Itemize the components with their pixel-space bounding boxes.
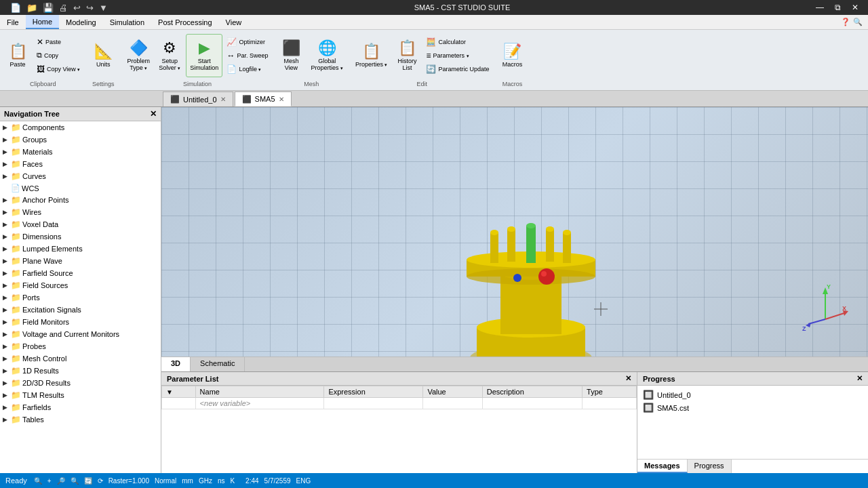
optimizer-button[interactable]: 📈Optimizer xyxy=(224,36,271,48)
tree-item-wcs[interactable]: 📄 WCS xyxy=(0,182,161,194)
main-layout: Navigation Tree ✕ ▶ 📁 Components ▶ 📁 Gro… xyxy=(0,107,868,473)
tree-item-1d-results[interactable]: ▶ 📁 1D Results xyxy=(0,365,161,377)
start-simulation-button[interactable]: ▶ StartSimulation xyxy=(186,34,222,77)
tab-untitled-0[interactable]: ⬛ Untitled_0 ✕ xyxy=(163,92,233,106)
tree-item-2d-3d-results[interactable]: ▶ 📁 2D/3D Results xyxy=(0,377,161,389)
new-variable-label: <new variable> xyxy=(200,399,251,407)
svg-point-19 xyxy=(541,271,547,277)
menu-view[interactable]: View xyxy=(219,15,249,29)
expand-icon-dimensions: ▶ xyxy=(3,233,9,240)
param-list-close[interactable]: ✕ xyxy=(625,374,631,383)
more-btn[interactable]: ▼ xyxy=(97,3,110,13)
tree-item-mesh-control[interactable]: ▶ 📁 Mesh Control xyxy=(0,352,161,365)
tab-sma5-close[interactable]: ✕ xyxy=(279,96,284,103)
tree-item-plane-wave[interactable]: ▶ 📁 Plane Wave xyxy=(0,255,161,267)
par-sweep-button[interactable]: ↔Par. Sweep xyxy=(224,49,271,62)
tab-progress[interactable]: Progress xyxy=(688,460,732,473)
tab-messages[interactable]: Messages xyxy=(637,460,688,473)
tree-item-anchor-points[interactable]: ▶ 📁 Anchor Points xyxy=(0,194,161,206)
tree-item-tables[interactable]: ▶ 📁 Tables xyxy=(0,413,161,426)
undo-btn[interactable]: ↩ xyxy=(71,3,83,13)
new-btn[interactable]: 📄 xyxy=(8,3,23,13)
refresh-icon[interactable]: 🔄 xyxy=(84,477,92,485)
parametric-update-button[interactable]: 🔄Parametric Update xyxy=(423,63,492,75)
macros-button[interactable]: 📝 Macros xyxy=(498,34,528,77)
tree-item-voxel-data[interactable]: ▶ 📁 Voxel Data xyxy=(0,218,161,230)
tree-item-excitation-signals[interactable]: ▶ 📁 Excitation Signals xyxy=(0,304,161,316)
problem-type-button[interactable]: 🔷 ProblemType ▾ xyxy=(123,34,153,77)
expand-icon-ports: ▶ xyxy=(3,294,9,301)
tree-item-faces[interactable]: ▶ 📁 Faces xyxy=(0,158,161,170)
tab-3d[interactable]: 3D xyxy=(161,357,191,371)
expand-icon-probes: ▶ xyxy=(3,343,9,350)
tree-item-wires[interactable]: ▶ 📁 Wires xyxy=(0,206,161,218)
menu-modeling[interactable]: Modeling xyxy=(59,15,103,29)
svg-point-20 xyxy=(513,274,521,282)
tree-item-dimensions[interactable]: ▶ 📁 Dimensions xyxy=(0,230,161,243)
units-button[interactable]: 📐 Units xyxy=(88,34,118,77)
tree-label-field-monitors: Field Monitors xyxy=(22,318,69,326)
tree-item-tlm-results[interactable]: ▶ 📁 TLM Results xyxy=(0,389,161,401)
redo-btn[interactable]: ↪ xyxy=(84,3,96,13)
right-area: Y X Z 3D Schematic xyxy=(161,107,868,473)
setup-solver-button[interactable]: ⚙ SetupSolver ▾ xyxy=(155,34,184,77)
menu-post-processing[interactable]: Post Processing xyxy=(151,15,218,29)
zoom-out-icon[interactable]: 🔍 xyxy=(71,477,79,485)
title-bar: 📄 📁 💾 🖨 ↩ ↪ ▼ SMA5 - CST STUDIO SUITE — … xyxy=(0,0,868,15)
svg-point-9 xyxy=(526,223,536,228)
zoom-plus-icon[interactable]: + xyxy=(47,477,52,485)
minimize-btn[interactable]: — xyxy=(812,3,828,12)
svg-line-32 xyxy=(808,319,825,324)
paste-button[interactable]: 📋 Paste xyxy=(3,34,33,77)
tree-item-lumped-elements[interactable]: ▶ 📁 Lumped Elements xyxy=(0,243,161,255)
global-properties-button[interactable]: 🌐 GlobalProperties ▾ xyxy=(307,34,347,77)
tree-item-farfield-source[interactable]: ▶ 📁 Farfield Source xyxy=(0,267,161,279)
tree-item-probes[interactable]: ▶ 📁 Probes xyxy=(0,340,161,352)
maximize-btn[interactable]: ⧉ xyxy=(831,3,845,12)
print-btn[interactable]: 🖨 xyxy=(57,3,70,13)
history-list-button[interactable]: 📋 HistoryList xyxy=(392,34,422,77)
folder-icon-2d-3d-results: 📁 xyxy=(11,378,21,388)
zoom-in-icon[interactable]: 🔍 xyxy=(34,477,42,485)
tree-item-field-sources[interactable]: ▶ 📁 Field Sources xyxy=(0,279,161,291)
tree-item-materials[interactable]: ▶ 📁 Materials xyxy=(0,146,161,158)
progress-close[interactable]: ✕ xyxy=(856,374,863,383)
tab-schematic[interactable]: Schematic xyxy=(191,357,245,371)
tree-item-voltage-current-monitors[interactable]: ▶ 📁 Voltage and Current Monitors xyxy=(0,328,161,340)
mesh-view-button[interactable]: ⬛ MeshView xyxy=(276,34,306,77)
expand-icon-curves: ▶ xyxy=(3,173,9,180)
zoom-icon[interactable]: 🔎 xyxy=(57,477,65,485)
copy-view-button[interactable]: 🖼Copy View ▾ xyxy=(34,63,83,75)
save-btn[interactable]: 💾 xyxy=(41,3,56,13)
tree-item-field-monitors[interactable]: ▶ 📁 Field Monitors xyxy=(0,316,161,328)
new-variable-row[interactable]: <new variable> xyxy=(162,398,637,409)
ribbon-simulation-group: 🔷 ProblemType ▾ ⚙ SetupSolver ▾ ▶ StartS… xyxy=(121,31,273,89)
tree-item-groups[interactable]: ▶ 📁 Groups xyxy=(0,134,161,146)
reset-icon[interactable]: ⟳ xyxy=(98,477,103,485)
col-description: Description xyxy=(482,386,582,398)
tree-item-components[interactable]: ▶ 📁 Components xyxy=(0,121,161,134)
tree-item-curves[interactable]: ▶ 📁 Curves xyxy=(0,170,161,182)
menu-simulation[interactable]: Simulation xyxy=(103,15,151,29)
tab-sma5[interactable]: ⬛ SMA5 ✕ xyxy=(235,92,292,106)
tree-label-excitation-signals: Excitation Signals xyxy=(22,306,81,314)
logfile-button[interactable]: 📄Logfile ▾ xyxy=(224,63,271,75)
tab-untitled-0-close[interactable]: ✕ xyxy=(220,96,226,103)
tree-item-ports[interactable]: ▶ 📁 Ports xyxy=(0,291,161,304)
close-btn[interactable]: ✕ xyxy=(848,3,863,12)
calculator-button[interactable]: 🧮Calculator xyxy=(423,36,492,48)
expand-icon-wires: ▶ xyxy=(3,209,9,216)
tree-label-materials: Materials xyxy=(22,148,53,156)
parameters-button[interactable]: ≡Parameters ▾ xyxy=(423,49,492,62)
new-variable-cell[interactable]: <new variable> xyxy=(195,398,324,409)
menu-file[interactable]: File xyxy=(0,15,26,29)
properties-button[interactable]: 📋 Properties ▾ xyxy=(352,34,391,77)
delete-button[interactable]: ✕Paste xyxy=(34,36,83,48)
nav-tree-close-btn[interactable]: ✕ xyxy=(150,109,157,119)
open-btn[interactable]: 📁 xyxy=(24,3,39,13)
copy-button[interactable]: ⧉Copy xyxy=(34,49,83,62)
progress-panel: Progress ✕ 🔲 Untitled_0 🔲 SMA5.cst Messa… xyxy=(637,372,868,473)
viewport-3d[interactable]: Y X Z xyxy=(161,107,868,357)
menu-home[interactable]: Home xyxy=(26,15,59,29)
tree-item-farfields[interactable]: ▶ 📁 Farfields xyxy=(0,401,161,413)
